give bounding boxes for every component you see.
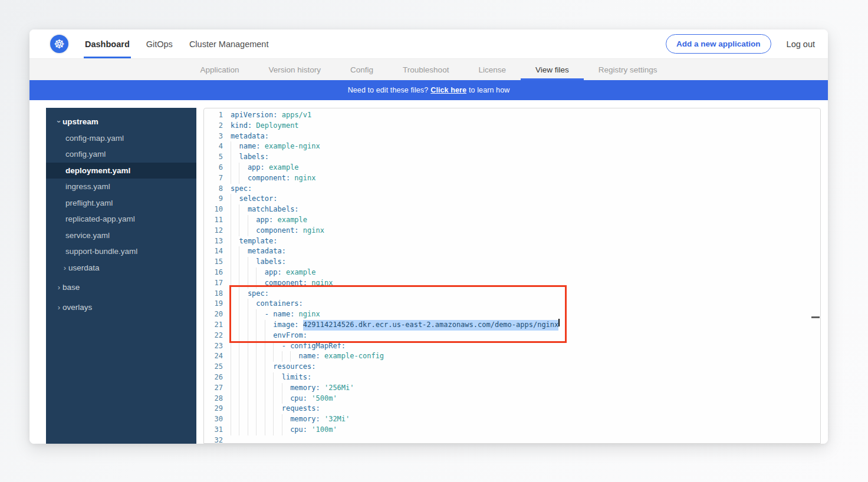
nav-spacer: [277, 29, 666, 58]
code-line-27[interactable]: 27memory: '256Mi': [204, 383, 820, 394]
code-line-28[interactable]: 28cpu: '500m': [204, 394, 820, 404]
code-line-12[interactable]: 12component: nginx: [204, 226, 820, 236]
yaml-token: '100m': [307, 425, 337, 435]
yaml-token: resources:: [273, 362, 315, 372]
tree-item-base[interactable]: › base: [46, 279, 196, 296]
indent-guides: [231, 383, 290, 394]
indent-guides: [231, 372, 282, 383]
code-line-20[interactable]: 20- name: nginx: [204, 309, 820, 320]
tree-item-deployment-yaml[interactable]: deployment.yaml: [46, 163, 196, 179]
tree-item-label: deployment.yaml: [65, 166, 130, 175]
yaml-token: app:: [256, 215, 273, 226]
tab-registry-settings[interactable]: Registry settings: [584, 59, 672, 80]
code-line-13[interactable]: 13template:: [204, 236, 820, 247]
code-line-31[interactable]: 31cpu: '100m': [204, 425, 820, 435]
indent-guides: [231, 299, 256, 309]
tab-troubleshoot[interactable]: Troubleshoot: [388, 59, 463, 80]
code-line-24[interactable]: 24name: example-config: [204, 351, 820, 362]
yaml-token: name:: [299, 351, 320, 362]
tree-item-service-yaml[interactable]: service.yaml: [46, 227, 196, 244]
code-line-4[interactable]: 4name: example-nginx: [204, 141, 820, 152]
code-line-25[interactable]: 25resources:: [204, 362, 820, 372]
code-line-5[interactable]: 5labels:: [204, 152, 820, 163]
tree-item-userdata[interactable]: › userdata: [46, 260, 196, 276]
code-line-19[interactable]: 19containers:: [204, 299, 820, 309]
indent-guides: [231, 152, 239, 163]
indent-guides: [231, 394, 290, 404]
line-number: 8: [204, 184, 223, 194]
code-line-23[interactable]: 23- configMapRef:: [204, 341, 820, 352]
line-number: 4: [204, 141, 223, 152]
indent-guides: [231, 173, 248, 184]
code-line-29[interactable]: 29requests:: [204, 404, 820, 414]
nav-item-cluster-management[interactable]: Cluster Management: [188, 29, 270, 58]
code-line-2[interactable]: 2kind: Deployment: [204, 121, 820, 131]
click-here-link[interactable]: Click here: [430, 86, 466, 94]
yaml-file-viewer[interactable]: 1apiVersion: apps/v12kind: Deployment3me…: [203, 108, 821, 444]
editor-scrollbar-thumb[interactable]: [811, 316, 820, 318]
tree-item-overlays[interactable]: › overlays: [46, 299, 196, 316]
code-lines: 1apiVersion: apps/v12kind: Deployment3me…: [204, 108, 820, 444]
line-number: 22: [204, 331, 223, 341]
yaml-token: - configMapRef:: [282, 341, 346, 352]
code-line-9[interactable]: 9selector:: [204, 194, 820, 204]
code-line-1[interactable]: 1apiVersion: apps/v1: [204, 110, 820, 121]
tree-item-upstream[interactable]: › upstream: [46, 114, 196, 130]
tree-item-config-map-yaml[interactable]: config-map.yaml: [46, 130, 196, 147]
code-line-16[interactable]: 16app: example: [204, 268, 820, 278]
code-line-15[interactable]: 15labels:: [204, 257, 820, 268]
yaml-token: requests:: [282, 404, 320, 414]
code-line-18[interactable]: 18spec:: [204, 289, 820, 299]
add-application-button[interactable]: Add a new application: [666, 34, 771, 54]
code-line-32[interactable]: 32: [204, 435, 820, 444]
yaml-token: selector:: [239, 194, 277, 204]
tree-item-label: userdata: [68, 263, 100, 272]
tree-item-preflight-yaml[interactable]: preflight.yaml: [46, 195, 196, 212]
tree-item-ingress-yaml[interactable]: ingress.yaml: [46, 179, 196, 195]
tree-item-replicated-app-yaml[interactable]: replicated-app.yaml: [46, 211, 196, 227]
code-line-14[interactable]: 14metadata:: [204, 246, 820, 257]
code-line-3[interactable]: 3metadata:: [204, 131, 820, 142]
chevron-right-icon: ›: [55, 303, 63, 312]
chevron-right-icon: ›: [55, 283, 63, 292]
primary-nav: DashboardGitOpsCluster Management: [77, 29, 277, 58]
tab-config[interactable]: Config: [336, 59, 388, 80]
tab-version-history[interactable]: Version history: [254, 59, 336, 80]
yaml-token: component:: [256, 226, 298, 236]
code-line-26[interactable]: 26limits:: [204, 372, 820, 383]
tree-item-label: ingress.yaml: [65, 182, 110, 191]
code-line-7[interactable]: 7component: nginx: [204, 173, 820, 184]
code-line-10[interactable]: 10matchLabels:: [204, 204, 820, 215]
text-cursor: [558, 319, 560, 326]
line-number: 10: [204, 204, 223, 215]
nav-item-dashboard[interactable]: Dashboard: [84, 29, 131, 58]
code-line-30[interactable]: 30memory: '32Mi': [204, 414, 820, 425]
tree-item-config-yaml[interactable]: config.yaml: [46, 146, 196, 163]
yaml-token: apps/v1: [277, 110, 311, 121]
indent-guides: [231, 289, 248, 299]
code-line-11[interactable]: 11app: example: [204, 215, 820, 226]
yaml-token: matchLabels:: [248, 204, 299, 215]
tree-item-support-bundle-yaml[interactable]: support-bundle.yaml: [46, 243, 196, 260]
indent-guides: [231, 320, 273, 331]
tab-application[interactable]: Application: [185, 59, 254, 80]
code-line-6[interactable]: 6app: example: [204, 163, 820, 173]
code-line-8[interactable]: 8spec:: [204, 184, 820, 194]
code-line-22[interactable]: 22envFrom:: [204, 331, 820, 341]
tab-license[interactable]: License: [463, 59, 521, 80]
selected-image-value: 429114214526.dkr.ecr.us-east-2.amazonaws…: [303, 320, 558, 331]
line-number: 24: [204, 351, 223, 362]
tree-item-label: upstream: [63, 117, 98, 126]
yaml-token: image:: [273, 320, 303, 331]
line-number: 18: [204, 289, 223, 299]
logout-link[interactable]: Log out: [787, 39, 816, 49]
tab-view-files[interactable]: View files: [521, 59, 584, 80]
kubernetes-helm-icon[interactable]: ☸: [50, 35, 68, 53]
line-number: 1: [204, 110, 223, 121]
indent-guides: [231, 268, 265, 278]
yaml-token: memory:: [290, 383, 320, 394]
nav-item-gitops[interactable]: GitOps: [145, 29, 174, 58]
yaml-token: app:: [265, 268, 282, 278]
code-line-21[interactable]: 21image: 429114214526.dkr.ecr.us-east-2.…: [204, 320, 820, 331]
code-line-17[interactable]: 17component: nginx: [204, 278, 820, 289]
